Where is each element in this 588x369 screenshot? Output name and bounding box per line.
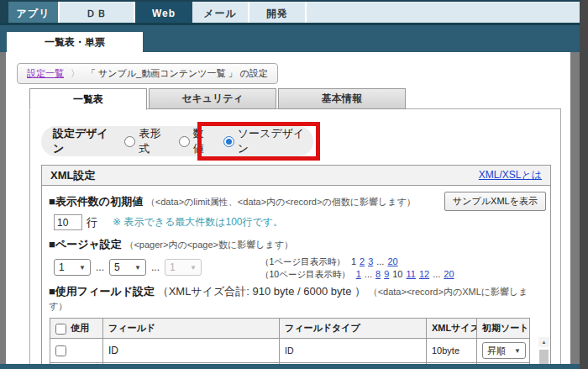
field-name-cell: ID (103, 339, 280, 363)
fields-table-header-row: 使用フィールドフィールドタイプXMLサイズ初期ソート (50, 319, 530, 339)
pager-page-link[interactable]: 11 (407, 269, 416, 279)
nav-tab[interactable]: 開発 (249, 2, 307, 25)
tab-panel: 設定デザイン 表形式数値ソースデザイン XML設定 XML/XSLとは ■表示件… (29, 108, 561, 364)
scrollbar-thumb[interactable] (539, 350, 549, 364)
pager-examples: （1ページ目表示時）123...20（10ページ目表示時）1...8910111… (260, 256, 456, 281)
pager-page-link[interactable]: 8 (375, 269, 381, 279)
fields-heading-text: ■使用フィールド設定 (49, 285, 155, 298)
fields-table-col-header: 使用 (50, 319, 103, 339)
pager-page-link[interactable]: 20 (444, 269, 454, 279)
pager-page-link[interactable]: 9 (384, 269, 389, 279)
pager-select-value: 5 (114, 261, 120, 273)
pager-heading: ■ページャ設定 （<pager>内の<page>数に影響します） (49, 237, 543, 252)
pager-config-row: 1▼...5▼...1▼ （1ページ目表示時）123...20（10ページ目表示… (54, 256, 543, 281)
row-checkbox-cell (50, 339, 103, 363)
fields-table-col-header: XMLサイズ (427, 319, 477, 339)
pager-page-link[interactable]: 20 (387, 256, 397, 266)
sort-cell: 昇順▼ (477, 339, 530, 363)
xml-settings-title: XML設定 (50, 168, 95, 183)
design-radio-label: ソースデザイン (238, 126, 305, 156)
pager-page-link[interactable]: 1 (356, 269, 361, 279)
pager-ellipsis: ... (151, 261, 160, 273)
pager-page-number: ... (433, 269, 440, 279)
pager-select[interactable]: 1▼ (54, 259, 91, 276)
pager-page-link[interactable]: 12 (419, 269, 429, 279)
initial-sort-select[interactable]: 昇順▼ (482, 342, 526, 359)
pager-page-link[interactable]: 2 (360, 256, 365, 266)
pager-example-label: （1ページ目表示時） (260, 256, 345, 266)
display-count-row: 行 ※ 表示できる最大件数は100行です。 (54, 214, 543, 230)
xml-settings-body: ■表示件数の初期値 （<data>のlimit属性、<data>内の<recor… (42, 186, 550, 364)
nav-tab[interactable]: メール (192, 2, 249, 25)
settings-tab[interactable]: 基本情報 (278, 88, 406, 109)
design-radio-option[interactable]: 表形式 (124, 126, 166, 156)
design-radio-option[interactable]: 数値 (179, 126, 211, 156)
pager-page-number: 10 (392, 269, 402, 279)
pager-select-value: 1 (170, 261, 176, 273)
chevron-right-icon: 〉 (71, 67, 80, 80)
breadcrumb: 設定一覧 〉 「 サンプル_動画コンテンツ一覧 」 の設定 (17, 63, 278, 84)
chevron-down-icon: ▼ (514, 347, 521, 355)
pager-example-line: （10ページ目表示時）1...89101112...20 (260, 268, 456, 281)
design-radio-label: 数値 (193, 126, 211, 156)
content-page: 設定一覧 〉 「 サンプル_動画コンテンツ一覧 」 の設定 一覧表セキュリティ基… (6, 52, 570, 364)
pager-page-number: ... (376, 256, 384, 266)
xml-settings-header: XML設定 XML/XSLとは (42, 166, 550, 186)
design-mode-label: 設定デザイン (53, 126, 112, 156)
pager-example-line: （1ページ目表示時）123...20 (260, 256, 456, 268)
app-nav-bar: アプリＤＢWebメール開発 (0, 0, 580, 25)
scrollbar-up-arrow-icon[interactable]: ▲ (538, 337, 549, 347)
pager-selects: 1▼...5▼...1▼ (54, 259, 202, 276)
fields-size-summary: （XMLサイズ合計: 910 byte / 6000 byte ） (158, 285, 365, 298)
chevron-down-icon: ▼ (190, 264, 197, 271)
display-count-unit: 行 (87, 215, 97, 230)
fields-table-col-header: フィールド (103, 319, 280, 339)
pager-select: 1▼ (165, 259, 202, 276)
breadcrumb-settings-link[interactable]: 設定一覧 (27, 67, 64, 80)
bottom-band (0, 364, 580, 369)
nav-tab[interactable]: ＤＢ (58, 2, 135, 25)
pager-select-value: 1 (59, 261, 65, 273)
xml-settings-panel: XML設定 XML/XSLとは ■表示件数の初期値 （<data>のlimit属… (41, 165, 551, 364)
table-scrollbar[interactable]: ▲ (538, 337, 549, 364)
xml-size-cell: 10byte (427, 339, 477, 363)
sort-select-value: 昇順 (487, 345, 506, 357)
settings-tab[interactable]: 一覧表 (29, 88, 147, 110)
radio-icon[interactable] (124, 136, 135, 147)
fields-table-col-header: フィールドタイプ (280, 319, 427, 339)
settings-tabs: 一覧表セキュリティ基本情報 (29, 88, 407, 110)
chevron-down-icon: ▼ (134, 264, 141, 271)
nav-left-edge (0, 2, 8, 25)
pager-example-label: （10ページ目表示時） (260, 269, 350, 279)
pager-page-number: 1 (351, 256, 356, 266)
fields-table-col-header: 初期ソート (477, 319, 530, 339)
pager-select[interactable]: 5▼ (109, 259, 146, 276)
radio-icon[interactable] (179, 136, 190, 147)
section-band: 一覧表・単票 (0, 25, 580, 52)
fields-table: 使用フィールドフィールドタイプXMLサイズ初期ソート IDID10byte昇順▼… (50, 318, 530, 364)
pager-note: （<pager>内の<page>数に影響します） (124, 240, 293, 250)
chevron-down-icon: ▼ (79, 264, 86, 271)
design-radio-option[interactable]: ソースデザイン (223, 126, 305, 156)
row-use-checkbox[interactable] (55, 345, 66, 356)
pager-page-link[interactable]: 3 (368, 256, 373, 266)
nav-tab[interactable]: Web (135, 2, 192, 25)
tab-list-report[interactable]: 一覧表・単票 (7, 32, 143, 52)
nav-tab[interactable]: アプリ (8, 2, 58, 25)
pager-heading-text: ■ページャ設定 (49, 238, 122, 250)
xml-xsl-help-link[interactable]: XML/XSLとは (479, 168, 542, 182)
max-rows-hint: ※ 表示できる最大件数は100行です。 (113, 215, 283, 229)
display-count-heading-text: ■表示件数の初期値 (49, 195, 143, 208)
breadcrumb-current: 「 サンプル_動画コンテンツ一覧 」 の設定 (87, 67, 268, 80)
settings-tab[interactable]: セキュリティ (149, 88, 276, 109)
show-sample-xml-button[interactable]: サンプルXMLを表示 (444, 192, 546, 211)
select-all-checkbox[interactable] (55, 324, 66, 335)
design-mode-bar: 設定デザイン 表形式数値ソースデザイン (41, 126, 313, 156)
pager-ellipsis: ... (96, 261, 104, 273)
pager-page-number: ... (365, 269, 372, 279)
radio-icon[interactable] (223, 136, 234, 147)
display-count-input[interactable] (54, 214, 82, 230)
table-row: IDID10byte昇順▼ (50, 339, 530, 363)
window-right-edge (580, 0, 588, 369)
fields-heading: ■使用フィールド設定 （XMLサイズ合計: 910 byte / 6000 by… (49, 284, 543, 313)
